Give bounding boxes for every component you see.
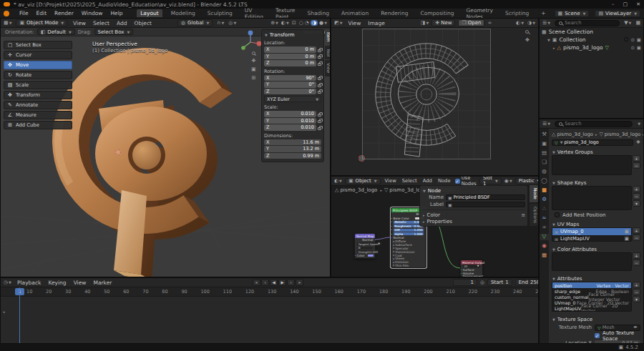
- remove-button[interactable]: −: [633, 234, 640, 241]
- checkbox-icon[interactable]: [555, 212, 560, 217]
- new-image-button[interactable]: ✚New: [431, 19, 455, 26]
- open-image-button[interactable]: ❐Open: [458, 19, 484, 26]
- proportional-editing-icon[interactable]: ◎▼: [228, 20, 236, 26]
- shading-wireframe-icon[interactable]: ○: [299, 20, 303, 26]
- fake-user-shield-icon[interactable]: ❖: [636, 139, 640, 145]
- add-button[interactable]: +: [633, 282, 640, 288]
- scale-field[interactable]: Y0.010: [264, 118, 321, 124]
- workspace-tab[interactable]: Sculpting: [204, 9, 236, 17]
- xray-icon[interactable]: ⊡: [292, 20, 296, 26]
- shading-material-icon[interactable]: ◑: [311, 20, 318, 26]
- shader-npanel-tab[interactable]: Node: [530, 185, 538, 202]
- tool-button[interactable]: ▧ Scale: [4, 81, 72, 89]
- shader-menu-item[interactable]: View: [384, 178, 398, 184]
- outliner-row-object[interactable]: ▸ △ pismo_3d_logo ▽ ⊙ ▣: [540, 44, 643, 51]
- pivot-icon[interactable]: ◑▼: [527, 20, 535, 26]
- tool-button[interactable]: ▢ Select Box: [4, 41, 72, 49]
- disable-render-camera-icon[interactable]: ▣: [637, 45, 641, 51]
- image-menu-item[interactable]: Image: [366, 20, 386, 26]
- auto-texture-space-row[interactable]: Auto Texture Space: [552, 332, 640, 339]
- editor-type-icon[interactable]: ◩▼: [334, 20, 342, 26]
- space-dropdown[interactable]: Tangent Space▼: [357, 242, 381, 245]
- shape-keys-listbox[interactable]: [552, 186, 632, 210]
- npanel-tab[interactable]: Tool: [325, 46, 331, 60]
- timeline-menu-item[interactable]: Marker: [92, 280, 113, 286]
- rotation-field[interactable]: Y0°: [264, 81, 321, 88]
- properties-tab-icon[interactable]: ❏: [540, 159, 549, 166]
- add-button[interactable]: +: [633, 227, 640, 234]
- node-label-field[interactable]: ▣: [446, 202, 525, 207]
- workspace-tab[interactable]: Scripting: [502, 9, 532, 17]
- shader-menu-item[interactable]: Add: [421, 178, 434, 184]
- attribute-row[interactable]: custom_normalFace Corner · Integer Vecto…: [552, 294, 631, 300]
- dimension-field[interactable]: Y13.2 m: [264, 146, 321, 152]
- add-button[interactable]: +: [633, 186, 640, 192]
- normal-map-node[interactable]: Normal Map Normal Tangent Space▼ ⊞ Stren…: [354, 233, 376, 259]
- tool-button[interactable]: ✎ Annotate: [4, 101, 72, 109]
- node-panel-title[interactable]: Node: [428, 188, 441, 194]
- jump-to-start-button[interactable]: «: [253, 279, 260, 286]
- pan-hand-icon[interactable]: ✥: [525, 37, 530, 43]
- drag-mode-dropdown[interactable]: Select Box▼: [94, 29, 134, 35]
- app-menu-icon[interactable]: [4, 11, 9, 16]
- lock-icon[interactable]: [318, 56, 321, 59]
- hide-eye-icon[interactable]: ⊙: [630, 37, 634, 43]
- viewport-menu-item[interactable]: Add: [115, 20, 129, 26]
- workspace-tab[interactable]: Layout: [137, 9, 162, 17]
- color-attributes-panel-header[interactable]: ▼Color Attributes: [552, 246, 640, 252]
- maximize-button[interactable]: ▢: [623, 1, 628, 7]
- workspace-tab[interactable]: +: [537, 9, 549, 17]
- color-input[interactable]: Color: [355, 254, 375, 258]
- tool-button[interactable]: ⊞ Add Cube: [4, 121, 72, 129]
- editor-type-icon[interactable]: ☰▼: [542, 20, 550, 26]
- properties-tab-icon[interactable]: ◯: [540, 178, 549, 184]
- remove-button[interactable]: −: [633, 193, 640, 199]
- properties-tab-icon[interactable]: ⚙: [540, 197, 549, 203]
- timeline-ruler[interactable]: 1020304050607080901001101201301401501601…: [1, 287, 539, 297]
- render-camera-icon[interactable]: ▣: [624, 229, 629, 234]
- lock-icon[interactable]: [318, 127, 321, 130]
- outliner-options-icon[interactable]: ▦: [635, 20, 640, 26]
- breadcrumb-item[interactable]: ▽pismo_3d_logo▸: [599, 132, 644, 137]
- lock-icon[interactable]: [318, 63, 321, 66]
- scene-selector[interactable]: ▦Scene▼: [555, 10, 590, 17]
- tool-button[interactable]: ✥ Transform: [4, 91, 72, 99]
- shape-keys-panel-header[interactable]: ▼Shape Keys: [552, 179, 640, 186]
- image-menu-item[interactable]: View: [346, 20, 362, 26]
- socket-icon[interactable]: [374, 239, 376, 241]
- shader-menu-item[interactable]: Node: [436, 178, 452, 184]
- workspace-tab[interactable]: Shading: [303, 9, 332, 17]
- viewport-menu-item[interactable]: Object: [133, 20, 153, 26]
- properties-tab-icon[interactable]: ■: [540, 187, 549, 194]
- outliner-row-scene-collection[interactable]: ▦ Scene Collection: [540, 28, 643, 36]
- lock-icon[interactable]: [318, 114, 321, 117]
- cursor-3d-icon[interactable]: [115, 149, 121, 155]
- frame-end-field[interactable]: End250: [515, 279, 539, 286]
- expand-icon[interactable]: ▸: [553, 46, 555, 50]
- pan-hand-icon[interactable]: ✥: [251, 58, 255, 64]
- rotation-field[interactable]: X90°: [264, 75, 321, 81]
- zoom-icon[interactable]: [525, 30, 529, 34]
- npanel-tab[interactable]: Item: [325, 29, 331, 45]
- dimension-field[interactable]: Z0.99 m: [264, 153, 321, 159]
- workspace-tab[interactable]: Modeling: [167, 9, 199, 17]
- remove-button[interactable]: −: [633, 289, 640, 295]
- properties-tab-icon[interactable]: ∴: [540, 206, 549, 212]
- camera-view-icon[interactable]: ▣: [251, 66, 256, 72]
- node-name-field[interactable]: ▣Principled BSDF: [446, 194, 525, 200]
- mode-selector[interactable]: ▣Object Mode▼: [16, 19, 67, 26]
- breadcrumb-item[interactable]: △pismo_3d_logo▸: [552, 132, 597, 137]
- orientation-default-dropdown[interactable]: ◧Default▼: [37, 29, 75, 35]
- material-output-node[interactable]: Material Output All▼ SurfaceVolumeDispla…: [460, 259, 483, 277]
- next-keyframe-button[interactable]: ›: [287, 279, 295, 286]
- editor-type-icon[interactable]: ▦▼: [4, 20, 11, 26]
- properties-tab-icon[interactable]: ∞: [540, 224, 549, 231]
- menu-item[interactable]: Window: [80, 10, 104, 16]
- properties-tab-icon[interactable]: ▽: [540, 234, 549, 240]
- gizmo-dropdown-icon[interactable]: ⊕▼: [270, 20, 278, 26]
- timeline[interactable]: ◷▼ PlaybackKeyingViewMarker « ‹ ◀ ▶ › » …: [0, 277, 539, 344]
- properties-options-icon[interactable]: ▼: [638, 122, 640, 126]
- timeline-menu-item[interactable]: Keying: [47, 280, 67, 286]
- uv-map-row[interactable]: ⊞LightMapUV▣: [552, 235, 631, 242]
- properties-tab-icon[interactable]: ▣: [540, 141, 549, 147]
